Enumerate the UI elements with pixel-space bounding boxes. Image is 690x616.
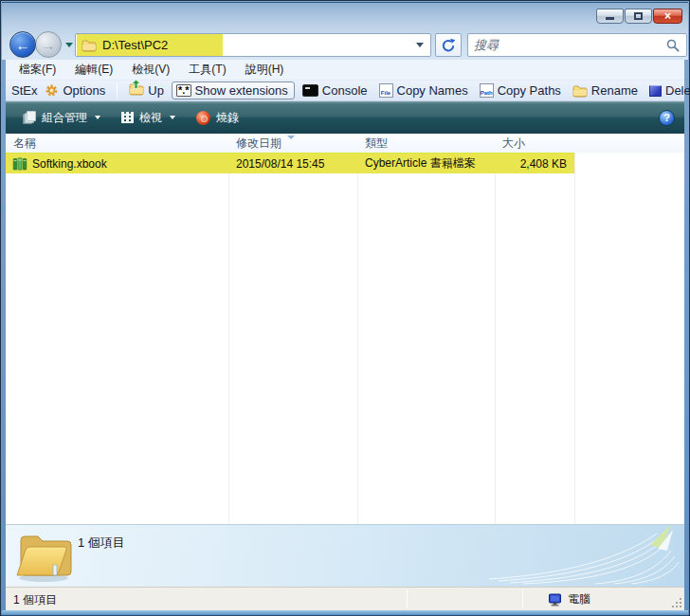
header-name[interactable]: 名稱 <box>6 136 228 152</box>
delete-label: Delet <box>665 83 690 98</box>
address-content: D:\Test\PC2 <box>76 38 416 52</box>
path-doc-icon: Path <box>480 83 494 98</box>
chevron-down-icon <box>95 116 100 119</box>
navigation-bar: ← → D:\Test\PC2 <box>7 31 683 60</box>
toolbar-separator <box>117 83 118 99</box>
computer-icon <box>548 593 562 607</box>
menu-file[interactable]: 檔案(F) <box>9 59 65 81</box>
copy-paths-button[interactable]: Path Copy Paths <box>476 82 565 99</box>
views-button[interactable]: 檢視 <box>114 106 183 130</box>
file-date: 2015/08/14 15:45 <box>228 157 357 171</box>
close-button[interactable]: × <box>653 9 682 24</box>
header-type[interactable]: 類型 <box>357 136 495 152</box>
address-path: D:\Test\PC2 <box>102 38 168 52</box>
back-button[interactable]: ← <box>9 31 36 58</box>
column-headers: 名稱 修改日期 類型 大小 <box>6 134 684 153</box>
computer-label: 電腦 <box>568 591 590 607</box>
show-extensions-label: Show extensions <box>195 83 288 98</box>
header-size[interactable]: 大小 <box>495 136 574 152</box>
minimize-icon <box>606 17 614 20</box>
console-icon <box>302 84 318 97</box>
back-icon: ← <box>16 37 30 53</box>
status-divider <box>407 589 408 608</box>
options-button[interactable]: Options <box>41 82 109 99</box>
minimize-button[interactable] <box>596 9 624 24</box>
maximize-button[interactable] <box>625 9 652 24</box>
console-label: Console <box>322 83 368 98</box>
status-computer: 電腦 <box>548 591 590 607</box>
explorer-window: × ← → D:\Test\PC2 <box>0 0 690 616</box>
window-bottom-frame <box>2 610 688 616</box>
options-label: Options <box>63 83 105 98</box>
refresh-icon <box>441 38 456 53</box>
folder-up-icon <box>129 82 144 99</box>
rename-folder-icon <box>572 84 588 98</box>
chevron-down-icon <box>170 116 175 119</box>
swoosh-decoration <box>481 524 681 585</box>
forward-icon: → <box>42 37 56 53</box>
search-icon[interactable] <box>666 39 680 52</box>
organize-button[interactable]: 組合管理 <box>15 106 108 130</box>
show-extensions-toggle[interactable]: *.* Show extensions <box>172 82 295 100</box>
cube-icon <box>649 85 662 97</box>
file-name: Softking.xbook <box>32 157 107 171</box>
xbook-file-icon <box>12 156 27 172</box>
rename-button[interactable]: Rename <box>569 82 642 99</box>
console-button[interactable]: Console <box>299 82 372 99</box>
resize-grip[interactable] <box>671 597 682 608</box>
recent-pages-dropdown-icon[interactable] <box>65 43 73 47</box>
stex-label: StEx <box>11 83 37 98</box>
copy-names-label: Copy Names <box>397 83 468 98</box>
column-divider[interactable] <box>495 134 496 524</box>
large-folder-icon <box>13 529 72 584</box>
file-doc-icon: File <box>379 83 393 98</box>
column-divider[interactable] <box>228 134 229 524</box>
menu-edit[interactable]: 編輯(E) <box>65 59 122 81</box>
refresh-button[interactable] <box>435 33 462 57</box>
file-row[interactable]: Softking.xbook 2015/08/14 15:45 CyberArt… <box>6 153 574 173</box>
list-view-icon <box>121 112 134 123</box>
maximize-icon <box>634 12 643 20</box>
stex-toolbar: StEx Options Up *.* Show extensions <box>6 81 684 101</box>
details-pane: 1 個項目 <box>6 524 684 587</box>
views-label: 檢視 <box>139 110 162 126</box>
show-extensions-icon: *.* <box>176 84 191 97</box>
delete-button[interactable]: Delet <box>645 82 690 99</box>
help-button[interactable]: ? <box>659 110 675 126</box>
rename-label: Rename <box>591 83 638 98</box>
disc-icon <box>196 111 210 125</box>
help-icon: ? <box>663 112 670 123</box>
column-divider[interactable] <box>357 134 358 524</box>
close-icon: × <box>664 10 671 22</box>
up-button[interactable]: Up <box>125 82 168 100</box>
menu-help[interactable]: 說明(H) <box>236 59 294 81</box>
copy-paths-label: Copy Paths <box>498 83 561 98</box>
search-input[interactable] <box>468 38 666 52</box>
gear-icon <box>45 83 59 98</box>
details-item-count: 1 個項目 <box>78 534 125 552</box>
command-bar: 組合管理 檢視 燒錄 ? <box>6 101 684 134</box>
file-list: 名稱 修改日期 類型 大小 Softking.xbook 2015/08/14 … <box>6 134 684 524</box>
file-type: CyberArticle 書籍檔案 <box>357 155 495 172</box>
search-box <box>467 33 687 57</box>
up-label: Up <box>148 83 164 98</box>
copy-names-button[interactable]: File Copy Names <box>375 82 472 99</box>
status-bar: 1 個項目 電腦 <box>6 587 684 610</box>
titlebar: × ← → D:\Test\PC2 <box>2 2 688 60</box>
column-divider[interactable] <box>574 134 575 524</box>
address-bar[interactable]: D:\Test\PC2 <box>75 33 431 57</box>
status-item-count: 1 個項目 <box>13 592 57 608</box>
menu-tools[interactable]: 工具(T) <box>179 59 235 81</box>
folder-icon <box>82 39 97 52</box>
burn-label: 燒錄 <box>216 110 239 126</box>
address-dropdown-icon[interactable] <box>416 43 424 47</box>
layers-icon <box>23 111 36 124</box>
burn-button[interactable]: 燒錄 <box>189 106 246 130</box>
sort-indicator-icon[interactable] <box>287 136 295 139</box>
organize-label: 組合管理 <box>42 110 87 126</box>
menu-view[interactable]: 檢視(V) <box>122 59 179 81</box>
status-divider <box>522 589 523 608</box>
menu-bar: 檔案(F) 編輯(E) 檢視(V) 工具(T) 說明(H) <box>6 60 684 81</box>
forward-button[interactable]: → <box>35 31 62 58</box>
file-size: 2,408 KB <box>495 157 574 171</box>
